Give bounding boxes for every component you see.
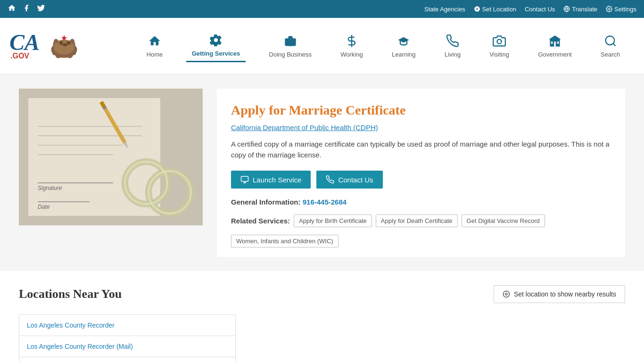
location-link-1[interactable]: Los Angeles County Recorder (Mail) bbox=[27, 343, 133, 350]
doing-business-nav-icon bbox=[284, 34, 297, 49]
location-link-0[interactable]: Los Angeles County Recorder bbox=[27, 321, 115, 329]
ca-bear-icon bbox=[45, 33, 83, 59]
service-image: Signature Date bbox=[19, 89, 203, 225]
svg-point-13 bbox=[70, 39, 74, 43]
visiting-nav-icon bbox=[493, 34, 506, 49]
locations-list: Los Angeles County Recorder Los Angeles … bbox=[19, 314, 236, 362]
svg-point-21 bbox=[497, 39, 501, 43]
nav-visiting[interactable]: Visiting bbox=[484, 31, 515, 62]
location-item: Orange County Clerk/Recorder bbox=[19, 357, 236, 362]
nav-home-label: Home bbox=[147, 51, 163, 58]
nav-search-label: Search bbox=[601, 51, 620, 58]
svg-rect-22 bbox=[551, 41, 553, 44]
nav-doing-business[interactable]: Doing Business bbox=[264, 31, 317, 62]
svg-point-49 bbox=[505, 293, 507, 295]
svg-point-11 bbox=[63, 43, 67, 46]
general-info-label: General Information: bbox=[231, 198, 301, 206]
related-tag-vaccine[interactable]: Get Digital Vaccine Record bbox=[462, 214, 545, 227]
search-nav-icon bbox=[604, 34, 617, 49]
main-nav: Home Getting Services Doing Business Wor… bbox=[132, 30, 635, 62]
facebook-icon[interactable] bbox=[23, 4, 30, 14]
state-agencies-link[interactable]: State Agencies bbox=[424, 6, 465, 13]
locations-title: Locations Near You bbox=[19, 287, 122, 301]
translate-link[interactable]: Translate bbox=[563, 6, 597, 13]
locations-header: Locations Near You Set location to show … bbox=[19, 285, 625, 303]
launch-service-button[interactable]: Launch Service bbox=[231, 171, 311, 189]
translate-text: Translate bbox=[572, 6, 597, 13]
learning-nav-icon bbox=[397, 34, 410, 49]
home-nav-icon bbox=[148, 34, 161, 49]
settings-link[interactable]: Settings bbox=[606, 6, 636, 13]
related-services-label: Related Services: bbox=[231, 214, 290, 225]
svg-point-18 bbox=[71, 51, 76, 55]
related-tag-wic[interactable]: Women, Infants and Children (WIC) bbox=[231, 235, 339, 247]
settings-text: Settings bbox=[614, 6, 636, 13]
nav-doing-business-label: Doing Business bbox=[269, 51, 312, 58]
getting-services-nav-icon bbox=[209, 33, 223, 48]
contact-us-topbar-link[interactable]: Contact Us bbox=[525, 6, 555, 13]
contact-label: Contact Us bbox=[338, 176, 373, 184]
related-tag-birth[interactable]: Apply for Birth Certificate bbox=[294, 214, 372, 227]
nav-learning-label: Learning bbox=[392, 51, 416, 58]
service-description: A certified copy of a marriage certifica… bbox=[231, 139, 611, 160]
nav-living-label: Living bbox=[445, 51, 461, 58]
svg-rect-24 bbox=[554, 41, 556, 47]
svg-text:Date: Date bbox=[38, 204, 50, 210]
home-icon[interactable] bbox=[8, 4, 16, 14]
nav-working[interactable]: Working bbox=[335, 31, 368, 62]
nav-living[interactable]: Living bbox=[439, 31, 466, 62]
svg-point-12 bbox=[54, 39, 58, 43]
service-info-panel: Apply for Marriage Certificate Californi… bbox=[217, 89, 625, 257]
general-info-phone[interactable]: 916-445-2684 bbox=[303, 198, 347, 206]
top-bar-right: State Agencies Set Location Contact Us T… bbox=[424, 6, 636, 13]
svg-line-26 bbox=[613, 43, 615, 46]
service-content-area: Signature Date Apply for Marriage Certif… bbox=[0, 74, 644, 271]
set-location-label: Set location to show nearby results bbox=[514, 290, 616, 298]
nav-government[interactable]: Government bbox=[532, 31, 578, 62]
svg-rect-23 bbox=[557, 41, 559, 44]
nav-getting-services[interactable]: Getting Services bbox=[186, 30, 246, 62]
location-item: Los Angeles County Recorder bbox=[19, 314, 236, 336]
locations-section: Locations Near You Set location to show … bbox=[0, 271, 644, 362]
nav-getting-services-label: Getting Services bbox=[192, 50, 240, 57]
svg-rect-45 bbox=[241, 176, 248, 181]
nav-working-label: Working bbox=[340, 51, 363, 58]
ca-gov-logo[interactable]: CA .GOV bbox=[9, 32, 132, 60]
nav-government-label: Government bbox=[538, 51, 572, 58]
top-bar-social bbox=[8, 4, 45, 14]
action-buttons: Launch Service Contact Us bbox=[231, 171, 611, 189]
related-tag-death[interactable]: Apply for Death Certificate bbox=[376, 214, 458, 227]
service-department-link[interactable]: California Department of Public Health (… bbox=[231, 123, 611, 132]
nav-search[interactable]: Search bbox=[595, 31, 626, 62]
svg-point-17 bbox=[52, 51, 58, 55]
location-icon bbox=[503, 290, 510, 298]
set-location-link[interactable]: Set Location bbox=[474, 6, 516, 13]
nav-bar: CA .GOV bbox=[0, 18, 644, 74]
svg-point-25 bbox=[605, 36, 614, 45]
government-nav-icon bbox=[548, 34, 561, 49]
svg-point-4 bbox=[608, 8, 610, 10]
top-bar: State Agencies Set Location Contact Us T… bbox=[0, 0, 644, 18]
service-title: Apply for Marriage Certificate bbox=[231, 103, 611, 118]
svg-rect-28 bbox=[28, 98, 160, 216]
nav-visiting-label: Visiting bbox=[489, 51, 509, 58]
launch-label: Launch Service bbox=[253, 176, 301, 184]
twitter-icon[interactable] bbox=[37, 4, 45, 14]
related-services: Related Services: Apply for Birth Certif… bbox=[231, 214, 611, 247]
svg-text:Signature: Signature bbox=[38, 185, 62, 191]
svg-point-9 bbox=[59, 41, 63, 45]
contact-us-button[interactable]: Contact Us bbox=[316, 171, 382, 189]
svg-point-10 bbox=[67, 41, 71, 45]
nav-learning[interactable]: Learning bbox=[386, 31, 421, 62]
contact-icon bbox=[326, 175, 334, 184]
general-info: General Information: 916-445-2684 bbox=[231, 198, 611, 206]
svg-point-1 bbox=[476, 8, 478, 10]
nav-home[interactable]: Home bbox=[141, 31, 169, 62]
launch-icon bbox=[240, 175, 249, 184]
set-location-button[interactable]: Set location to show nearby results bbox=[494, 285, 625, 303]
working-nav-icon bbox=[345, 34, 358, 49]
location-item: Los Angeles County Recorder (Mail) bbox=[19, 336, 236, 357]
living-nav-icon bbox=[446, 34, 459, 49]
set-location-text: Set Location bbox=[482, 6, 516, 13]
